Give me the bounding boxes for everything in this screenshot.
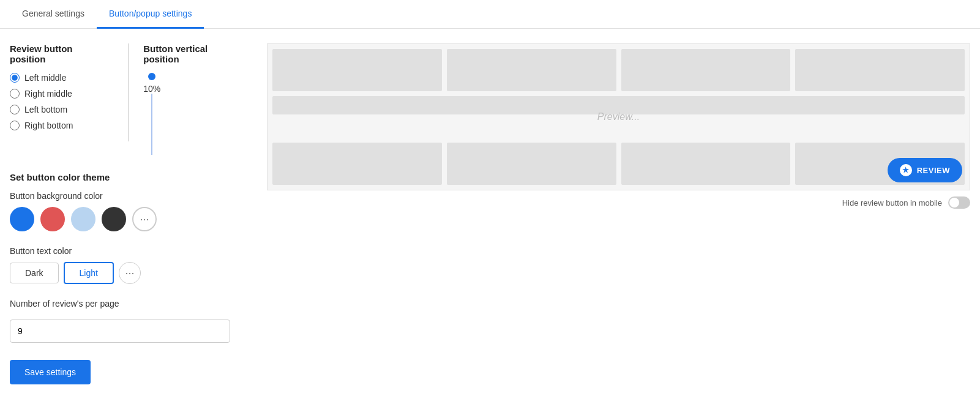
color-circles: ···	[10, 207, 242, 231]
radio-left-middle[interactable]: Left middle	[10, 73, 107, 83]
preview-cell-row2	[272, 96, 965, 114]
bg-color-label: Button background color	[10, 191, 242, 201]
preview-cell-4	[795, 49, 965, 91]
hide-mobile-toggle[interactable]	[948, 196, 970, 209]
preview-cell-1	[272, 49, 442, 91]
color-blue[interactable]	[10, 207, 34, 231]
color-light-blue[interactable]	[71, 207, 95, 231]
radio-input-left-middle[interactable]	[10, 73, 20, 83]
hide-mobile-label: Hide review button in mobile	[842, 198, 942, 208]
color-red[interactable]	[40, 207, 65, 231]
preview-panel: Preview... ★ REVIEW Hide review button i…	[267, 43, 970, 384]
text-color-more-button[interactable]: ···	[119, 262, 141, 284]
radio-label-right-middle: Right middle	[24, 89, 72, 99]
text-color-buttons: Dark Light ···	[10, 262, 242, 284]
text-color-dark-btn[interactable]: Dark	[10, 263, 59, 283]
radio-input-right-bottom[interactable]	[10, 121, 20, 130]
reviews-per-page-section: Number of review's per page	[10, 299, 242, 343]
preview-cell-6	[447, 143, 616, 185]
text-color-light-btn[interactable]: Light	[64, 262, 114, 284]
settings-left-panel: Review button position Left middle Right…	[10, 43, 242, 384]
text-color-label: Button text color	[10, 246, 242, 256]
color-more-button[interactable]: ···	[132, 207, 157, 231]
tabs-container: General settings Button/popup settings	[0, 0, 980, 29]
slider-container: 10%	[143, 73, 242, 155]
review-star-icon: ★	[900, 164, 912, 176]
vertical-divider	[128, 43, 129, 141]
review-button-label: REVIEW	[917, 166, 950, 175]
radio-input-right-middle[interactable]	[10, 89, 20, 99]
preview-cell-2	[447, 49, 616, 91]
reviews-per-page-input[interactable]	[10, 320, 230, 343]
radio-right-bottom[interactable]: Right bottom	[10, 121, 107, 130]
preview-cell-5	[272, 143, 442, 185]
radio-label-right-bottom: Right bottom	[24, 121, 73, 130]
radio-right-middle[interactable]: Right middle	[10, 89, 107, 99]
preview-cell-7	[621, 143, 791, 185]
vertical-position-section: Button vertical position 10%	[143, 43, 242, 155]
review-preview-button[interactable]: ★ REVIEW	[888, 158, 962, 182]
reviews-per-page-label: Number of review's per page	[10, 299, 242, 308]
radio-label-left-middle: Left middle	[24, 73, 66, 83]
preview-wrapper: Preview... ★ REVIEW Hide review button i…	[267, 43, 970, 209]
more-dots-icon: ···	[140, 213, 149, 226]
radio-label-left-bottom: Left bottom	[24, 105, 67, 114]
slider-dot	[148, 73, 155, 80]
save-settings-button[interactable]: Save settings	[10, 360, 91, 384]
text-more-dots-icon: ···	[125, 267, 134, 280]
text-color-section: Button text color Dark Light ···	[10, 246, 242, 284]
vertical-position-title: Button vertical position	[143, 43, 242, 64]
preview-cell-3	[621, 49, 791, 91]
slider-line	[151, 94, 152, 155]
radio-input-left-bottom[interactable]	[10, 105, 20, 114]
position-radio-group: Left middle Right middle Left bottom Rig…	[10, 73, 107, 130]
position-title: Review button position	[10, 43, 107, 64]
tab-button-popup[interactable]: Button/popup settings	[97, 0, 204, 29]
color-theme-title: Set button color theme	[10, 172, 242, 182]
radio-left-bottom[interactable]: Left bottom	[10, 105, 107, 114]
slider-value-label: 10%	[143, 84, 160, 94]
tab-general[interactable]: General settings	[10, 0, 97, 29]
main-content: Review button position Left middle Right…	[0, 29, 980, 399]
position-and-slider-row: Review button position Left middle Right…	[10, 43, 242, 155]
hide-mobile-row: Hide review button in mobile	[267, 196, 970, 209]
color-dark[interactable]	[102, 207, 126, 231]
preview-area: Preview... ★ REVIEW	[267, 43, 970, 190]
review-button-position-section: Review button position Left middle Right…	[10, 43, 107, 155]
color-theme-section: Set button color theme Button background…	[10, 172, 242, 231]
